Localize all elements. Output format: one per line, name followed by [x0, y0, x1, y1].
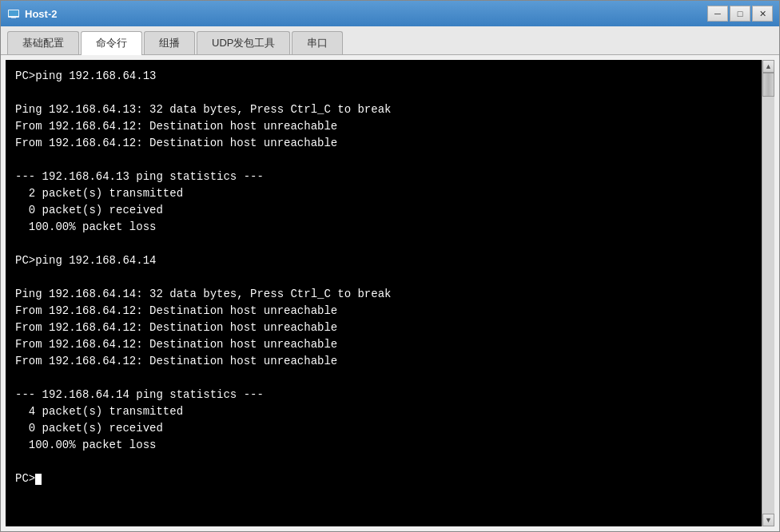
title-bar: Host-2 ─ □ ✕ [1, 1, 779, 26]
tab-basic[interactable]: 基础配置 [7, 31, 79, 54]
terminal-output[interactable]: PC>ping 192.168.64.13 Ping 192.168.64.13… [6, 60, 762, 526]
tab-cmd[interactable]: 命令行 [81, 31, 142, 55]
window-icon [7, 7, 20, 20]
svg-rect-1 [9, 10, 18, 16]
minimize-button[interactable]: ─ [707, 6, 728, 22]
tab-udp[interactable]: UDP发包工具 [197, 31, 290, 54]
scroll-down-button[interactable]: ▼ [762, 514, 774, 526]
scroll-thumb[interactable] [762, 73, 774, 97]
tab-group[interactable]: 组播 [144, 31, 195, 54]
tab-serial[interactable]: 串口 [292, 31, 343, 54]
tab-bar: 基础配置 命令行 组播 UDP发包工具 串口 [1, 26, 779, 55]
svg-rect-3 [11, 18, 16, 18]
main-window: Host-2 ─ □ ✕ 基础配置 命令行 组播 UDP发包工具 串口 PC>p… [0, 0, 780, 532]
scroll-track[interactable] [762, 73, 774, 514]
maximize-button[interactable]: □ [730, 6, 750, 22]
window-title: Host-2 [25, 8, 707, 20]
scrollbar[interactable]: ▲ ▼ [762, 60, 774, 526]
terminal-cursor [35, 474, 42, 485]
scroll-up-button[interactable]: ▲ [762, 60, 774, 73]
close-button[interactable]: ✕ [752, 6, 773, 22]
window-controls: ─ □ ✕ [707, 6, 773, 22]
content-area: PC>ping 192.168.64.13 Ping 192.168.64.13… [1, 55, 779, 531]
svg-rect-2 [10, 17, 17, 18]
